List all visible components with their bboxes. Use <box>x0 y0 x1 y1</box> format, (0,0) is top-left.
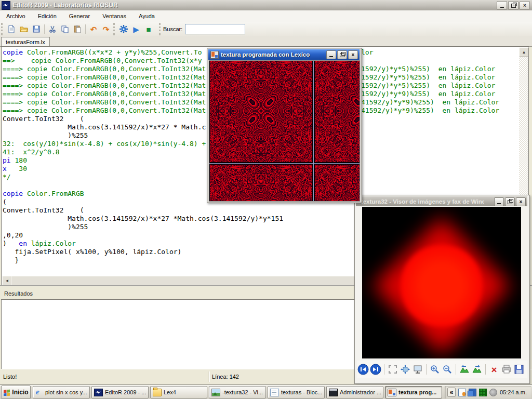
save-icon <box>514 364 524 375</box>
code-line: 1592/y)*y*5)%255) en lápiz.Color <box>361 73 517 82</box>
task-label: EditoR 2009 - ... <box>105 389 146 395</box>
toolbar: ↶ ↷ ▶ ■ Buscar: <box>0 22 532 37</box>
code-line: 41592/y)*y*9)%255) en lápiz.Color <box>361 107 517 115</box>
save-image-button[interactable] <box>513 363 525 376</box>
slideshow-button[interactable] <box>411 363 424 376</box>
window-title: EditoR 2009 - Laboratorios RIOSUR <box>12 2 118 9</box>
popup-titlebar[interactable]: textura programada con Lexico × <box>208 49 360 60</box>
taskbar-button[interactable]: -textura32 - Vi... <box>209 386 266 398</box>
horizontal-scroll-thumb[interactable] <box>11 276 361 286</box>
minimize-button[interactable] <box>497 1 507 10</box>
taskbar-button[interactable]: Lex4 <box>150 386 207 398</box>
paste-button[interactable] <box>72 23 83 35</box>
popup-maximize-button[interactable] <box>337 50 347 59</box>
popup-close-button[interactable]: × <box>348 50 358 59</box>
search-label: Buscar: <box>163 26 182 32</box>
status-text: Listo! <box>3 374 17 380</box>
zoom-in-icon <box>430 364 440 375</box>
menu-item-archivo[interactable]: Archivo <box>0 11 32 21</box>
save-file-button[interactable] <box>31 23 42 35</box>
code-line: )%255 <box>3 223 361 231</box>
open-folder-icon <box>20 25 28 33</box>
stop-button[interactable]: ■ <box>143 23 154 35</box>
viewer-maximize-button[interactable] <box>505 197 515 206</box>
popup-minimize-button[interactable] <box>326 50 336 59</box>
settings-button[interactable] <box>118 23 129 35</box>
menu-item-ayuda[interactable]: Ayuda <box>132 11 161 21</box>
code-line: } <box>3 256 361 264</box>
tray-chevron-button[interactable]: « <box>447 388 456 397</box>
close-icon: × <box>520 200 523 205</box>
close-icon: × <box>352 52 355 58</box>
search-input[interactable] <box>185 24 245 34</box>
new-file-button[interactable] <box>6 23 17 35</box>
viewer-minimize-button[interactable] <box>494 197 504 206</box>
menu-item-generar[interactable]: Generar <box>63 11 96 21</box>
run-icon: ▶ <box>133 25 139 33</box>
code-line: 1592/y)*y*5)%255) en lápiz.Color <box>361 82 517 90</box>
start-button[interactable]: Inicio <box>1 385 31 399</box>
open-file-button[interactable] <box>18 23 30 35</box>
code-line: fija.SetPixel( x%100, y%100, lápiz.Color… <box>3 248 361 256</box>
ie-icon <box>35 389 43 396</box>
code-line: 1592/y)*y*5)%255) en lápiz.Color <box>361 65 517 73</box>
red-diamond-core <box>401 245 483 327</box>
save-icon <box>32 25 41 33</box>
results-label: Resultados <box>4 290 33 297</box>
minimize-icon <box>329 52 333 57</box>
rotate-left-icon <box>459 364 470 375</box>
form-icon <box>388 389 396 396</box>
green-grid-icon[interactable] <box>479 389 487 396</box>
tab-texturasform[interactable]: texturasForm.lx <box>1 37 50 46</box>
texture-popup-window: textura programada con Lexico × <box>207 48 362 203</box>
taskbar-tasks: plot sin x cos y...EditoR 2009 - ...Lex4… <box>33 386 442 398</box>
print-button[interactable] <box>500 363 513 376</box>
folder-icon <box>153 389 162 396</box>
previous-image-icon <box>357 364 369 375</box>
task-label: plot sin x cos y... <box>45 389 87 395</box>
undo-button[interactable]: ↶ <box>88 23 99 35</box>
window-hand-icon[interactable] <box>458 389 466 396</box>
delete-button[interactable]: × <box>488 363 500 376</box>
taskbar-button[interactable]: textura prog... <box>385 386 442 398</box>
run-button[interactable]: ▶ <box>130 23 142 35</box>
actual-size-button[interactable] <box>399 363 411 376</box>
restore-button[interactable] <box>508 1 518 10</box>
cut-icon <box>48 25 57 33</box>
taskbar-button[interactable]: texturas - Bloc... <box>268 386 325 398</box>
menu-item-edicion[interactable]: Edición <box>32 11 63 21</box>
menu-item-ventanas[interactable]: Ventanas <box>96 11 132 21</box>
best-fit-button[interactable] <box>387 363 399 376</box>
next-image-button[interactable] <box>369 363 382 376</box>
taskbar-button[interactable]: plot sin x cos y... <box>33 386 90 398</box>
viewer-close-button[interactable]: × <box>516 197 526 206</box>
copy-button[interactable] <box>59 23 71 35</box>
taskbar-button[interactable]: Administrador ... <box>326 386 383 398</box>
viewer-image-area <box>362 207 521 358</box>
paste-icon <box>73 25 82 33</box>
status-separator <box>208 371 210 382</box>
network-icon[interactable] <box>469 389 476 396</box>
zoom-out-button[interactable] <box>441 363 454 376</box>
taskbar-button[interactable]: EditoR 2009 - ... <box>91 386 149 398</box>
task-label: textura prog... <box>398 389 436 395</box>
undo-icon: ↶ <box>90 25 97 33</box>
viewer-titlebar[interactable]: -textura32 - Visor de imágenes y fax de … <box>356 196 527 206</box>
next-image-icon <box>370 364 381 375</box>
gear-icon <box>119 24 128 34</box>
print-icon <box>501 364 512 375</box>
slideshow-icon <box>413 364 423 375</box>
speaker-icon[interactable] <box>489 389 497 396</box>
redo-button[interactable]: ↷ <box>100 23 112 35</box>
code-line: lor <box>361 48 517 57</box>
menubar: ArchivoEdiciónGenerarVentanasAyuda <box>0 10 532 22</box>
previous-image-button[interactable] <box>357 363 369 376</box>
rotate-right-button[interactable] <box>471 363 483 376</box>
cut-button[interactable] <box>47 23 58 35</box>
scroll-up-button[interactable]: ▲ <box>519 47 529 57</box>
rotate-left-button[interactable] <box>458 363 471 376</box>
minimize-icon <box>497 200 501 204</box>
zoom-in-button[interactable] <box>429 363 441 376</box>
main-titlebar[interactable]: EditoR 2009 - Laboratorios RIOSUR × <box>0 0 532 10</box>
close-button[interactable]: × <box>520 1 530 10</box>
